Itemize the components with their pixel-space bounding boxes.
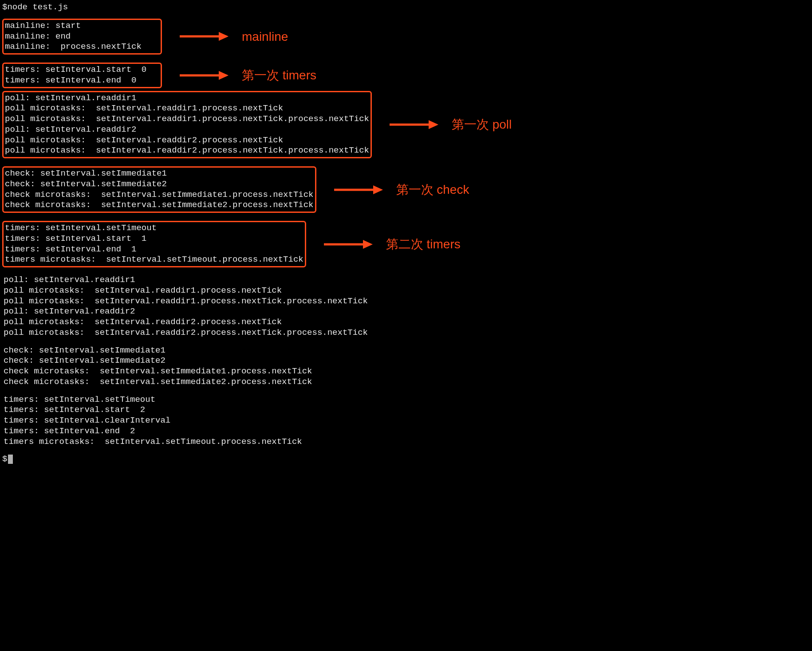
output-line: timers microtasks: setInterval.setTimeou… — [2, 437, 810, 447]
box-timers1: timers: setInterval.start 0 timers: setI… — [2, 63, 162, 88]
svg-marker-7 — [373, 185, 383, 194]
annotation-label: 第二次 timers — [386, 236, 461, 252]
output-line: mainline: process.nextTick — [5, 42, 159, 52]
output-line: poll: setInterval.readdir2 — [2, 306, 810, 317]
output-line: check: setInterval.setImmediate2 — [5, 179, 314, 190]
output-line: poll microtasks: setInterval.readdir1.pr… — [2, 296, 810, 307]
output-line: check microtasks: setInterval.setImmedia… — [5, 200, 314, 211]
section-timers2: timers: setInterval.setTimeout timers: s… — [2, 220, 810, 268]
command-line: $node test.js — [2, 2, 810, 13]
output-line: check: setInterval.setImmediate1 — [5, 169, 314, 179]
cursor-icon — [8, 455, 13, 464]
prompt-symbol: $ — [2, 454, 7, 464]
arrow-icon — [334, 184, 383, 196]
arrow-icon — [390, 118, 438, 131]
svg-marker-5 — [429, 120, 438, 129]
output-line: poll microtasks: setInterval.readdir2.pr… — [2, 317, 810, 328]
output-line: timers: setInterval.start 0 — [5, 65, 159, 75]
section-check1: check: setInterval.setImmediate1 check: … — [2, 166, 810, 213]
output-line: check microtasks: setInterval.setImmedia… — [5, 190, 314, 200]
output-line: timers: setInterval.setTimeout — [5, 223, 304, 234]
output-line: timers: setInterval.end 2 — [2, 426, 810, 437]
output-line: mainline: end — [5, 31, 159, 42]
output-line: timers: setInterval.clearInterval — [2, 416, 810, 426]
section-poll1: poll: setInterval.readdir1 poll microtas… — [2, 90, 810, 159]
box-poll1: poll: setInterval.readdir1 poll microtas… — [2, 91, 372, 159]
arrow-icon — [180, 69, 229, 82]
box-timers2: timers: setInterval.setTimeout timers: s… — [2, 221, 306, 267]
section-timers1: timers: setInterval.start 0 timers: setI… — [2, 62, 810, 89]
annotation-label: mainline — [242, 29, 288, 44]
arrow-icon — [180, 30, 229, 43]
output-line: timers microtasks: setInterval.setTimeou… — [5, 255, 304, 265]
section-mainline: mainline: start mainline: end mainline: … — [2, 18, 810, 55]
output-line: poll: setInterval.readdir2 — [5, 125, 369, 135]
output-line: poll microtasks: setInterval.readdir1.pr… — [2, 286, 810, 296]
output-line: poll microtasks: setInterval.readdir2.pr… — [2, 328, 810, 338]
annotation-label: 第一次 timers — [242, 67, 316, 83]
output-line: poll: setInterval.readdir1 — [2, 275, 810, 286]
terminal-output: $node test.js mainline: start mainline: … — [2, 2, 810, 465]
output-line: check microtasks: setInterval.setImmedia… — [2, 366, 810, 377]
output-line: check: setInterval.setImmediate1 — [2, 345, 810, 356]
output-line: mainline: start — [5, 21, 159, 31]
section-timers3: timers: setInterval.setTimeout timers: s… — [2, 395, 810, 447]
annotation-label: 第一次 poll — [452, 117, 512, 132]
output-line: poll microtasks: setInterval.readdir1.pr… — [5, 103, 369, 114]
output-line: timers: setInterval.end 1 — [5, 244, 304, 255]
output-line: poll: setInterval.readdir1 — [5, 93, 369, 104]
box-mainline: mainline: start mainline: end mainline: … — [2, 19, 162, 55]
arrow-icon — [324, 238, 373, 251]
output-line: timers: setInterval.setTimeout — [2, 395, 810, 405]
section-check2: check: setInterval.setImmediate1 check: … — [2, 345, 810, 388]
annotation-label: 第一次 check — [396, 182, 469, 197]
svg-marker-1 — [219, 32, 229, 41]
output-line: poll microtasks: setInterval.readdir2.pr… — [5, 145, 369, 156]
section-poll2: poll: setInterval.readdir1 poll microtas… — [2, 275, 810, 338]
output-line: check microtasks: setInterval.setImmedia… — [2, 377, 810, 388]
output-line: timers: setInterval.start 2 — [2, 405, 810, 416]
box-check1: check: setInterval.setImmediate1 check: … — [2, 166, 316, 213]
svg-marker-9 — [363, 240, 373, 249]
output-line: poll microtasks: setInterval.readdir2.pr… — [5, 135, 369, 146]
output-line: check: setInterval.setImmediate2 — [2, 356, 810, 366]
output-line: timers: setInterval.end 0 — [5, 75, 159, 86]
output-line: timers: setInterval.start 1 — [5, 234, 304, 244]
prompt-line[interactable]: $ — [2, 454, 810, 465]
svg-marker-3 — [219, 71, 229, 80]
output-line: poll microtasks: setInterval.readdir1.pr… — [5, 114, 369, 125]
